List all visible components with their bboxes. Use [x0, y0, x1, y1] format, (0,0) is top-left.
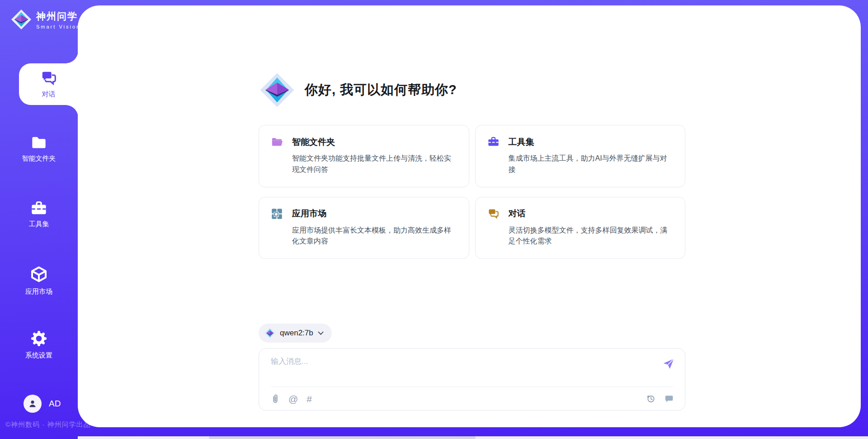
user-name: AD: [49, 399, 61, 409]
horizontal-scrollbar[interactable]: [78, 436, 868, 439]
feedback-bubble-icon[interactable]: [664, 394, 674, 404]
app-subtitle: Smart Vision: [36, 24, 80, 29]
card-smart-folder[interactable]: 智能文件夹 智能文件夹功能支持批量文件上传与清洗，轻松实现文件问答: [259, 125, 469, 187]
app-logo: 神州问学 Smart Vision: [11, 9, 80, 30]
sidebar-item-toolset[interactable]: 工具集: [0, 200, 78, 229]
model-logo-icon: [264, 328, 275, 339]
card-title: 工具集: [509, 136, 534, 148]
history-icon[interactable]: [646, 394, 656, 404]
chevron-down-icon: [318, 331, 324, 335]
card-toolset[interactable]: 工具集 集成市场上主流工具，助力AI与外界无缝扩展与对接: [475, 125, 686, 187]
user-profile[interactable]: AD: [24, 395, 61, 413]
greeting-title: 你好, 我可以如何帮助你?: [305, 81, 457, 99]
tab-fillet-top: [66, 51, 78, 63]
sidebar-item-label: 应用市场: [25, 287, 52, 296]
tab-fillet-bottom: [66, 105, 78, 118]
sidebar-item-chat[interactable]: 对话: [19, 63, 78, 105]
card-title: 应用市场: [292, 208, 326, 220]
card-title: 对话: [509, 208, 526, 220]
scrollbar-thumb[interactable]: [209, 436, 476, 439]
sidebar-item-smart-folder[interactable]: 智能文件夹: [0, 135, 78, 163]
brand-diamond-icon: [259, 72, 295, 108]
folder-open-icon: [271, 136, 283, 148]
main-content-panel: 你好, 我可以如何帮助你? 智能文件夹 智能文件夹功能支持批量文件上传与清洗，轻…: [78, 5, 861, 427]
gear-icon: [30, 330, 47, 347]
greeting-row: 你好, 我可以如何帮助你?: [259, 72, 457, 108]
card-app-market[interactable]: 应用市场 应用市场提供丰富长文本模板，助力高效生成多样化文章内容: [259, 197, 469, 259]
app-grid-icon: [271, 208, 283, 220]
sidebar-item-label: 工具集: [29, 220, 49, 229]
message-input[interactable]: [271, 356, 651, 382]
brand-diamond-icon: [11, 9, 32, 30]
chat-bubbles-icon: [40, 70, 57, 87]
sidebar-item-label: 智能文件夹: [22, 154, 56, 163]
cube-icon: [30, 265, 48, 283]
sidebar-item-label: 系统设置: [25, 351, 52, 360]
card-description: 集成市场上主流工具，助力AI与外界无缝扩展与对接: [509, 153, 674, 176]
model-name: qwen2:7b: [280, 329, 313, 338]
copyright-text: ©神州数码 · 神州问学出品: [5, 420, 90, 429]
briefcase-icon: [487, 136, 500, 148]
model-selector[interactable]: qwen2:7b: [259, 324, 332, 343]
card-chat[interactable]: 对话 灵活切换多模型文件，支持多样回复效果调试，满足个性化需求: [475, 197, 686, 259]
folder-icon: [30, 135, 47, 150]
mention-icon[interactable]: @: [288, 394, 298, 404]
hash-icon[interactable]: #: [307, 394, 312, 404]
feature-cards: 智能文件夹 智能文件夹功能支持批量文件上传与清洗，轻松实现文件问答: [259, 125, 685, 259]
app-name: 神州问学: [36, 10, 80, 23]
sidebar-item-settings[interactable]: 系统设置: [0, 330, 78, 360]
chat-bubbles-icon: [487, 208, 500, 220]
toolbox-icon: [30, 200, 47, 216]
message-composer: @ #: [259, 348, 685, 410]
card-description: 灵活切换多模型文件，支持多样回复效果调试，满足个性化需求: [509, 225, 674, 248]
sidebar-item-app-market[interactable]: 应用市场: [0, 265, 78, 296]
avatar: [24, 395, 42, 413]
card-description: 智能文件夹功能支持批量文件上传与清洗，轻松实现文件问答: [292, 153, 457, 176]
send-button[interactable]: [662, 357, 675, 371]
paperclip-icon[interactable]: [271, 394, 280, 404]
card-description: 应用市场提供丰富长文本模板，助力高效生成多样化文章内容: [292, 225, 457, 248]
sidebar-item-label: 对话: [42, 90, 56, 99]
card-title: 智能文件夹: [292, 136, 335, 148]
